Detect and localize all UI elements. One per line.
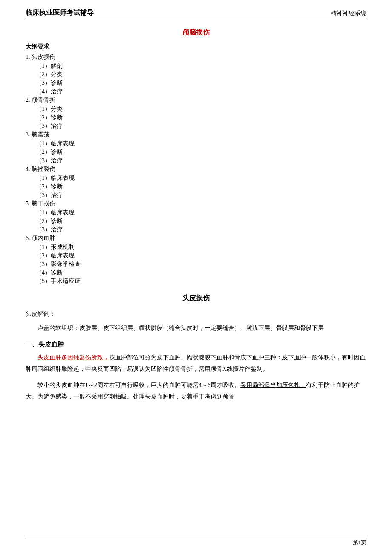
outline-item-1-4: （4）治疗 xyxy=(36,88,366,95)
para2-start-text: 较小的头皮血肿在1～2周左右可自行吸收，巨大的血肿可能需4～6周才吸收。 xyxy=(37,382,240,388)
outline-item-2-1: （1）分类 xyxy=(36,105,366,113)
outline-item-2: 2. 颅骨骨折 xyxy=(26,96,366,104)
outline-item-3-2: （2）诊断 xyxy=(36,148,366,156)
outline-item-1-2: （2）分类 xyxy=(36,71,366,78)
head-section-title: 头皮损伤 xyxy=(26,294,366,303)
outline-item-4-2: （2）诊断 xyxy=(36,183,366,191)
para1-underline-text: 头皮血肿多因钝器伤所致， xyxy=(37,354,109,361)
para2-end-text: 处理头皮血肿时，要着重于考虑到颅骨 xyxy=(133,393,234,400)
outline-item-6-1: （1）形成机制 xyxy=(36,243,366,251)
page-container: 临床执业医师考试辅导 精神神经系统 颅脑损伤 大纲要求 1. 头皮损伤 （1）解… xyxy=(0,0,392,555)
anatomy-content: 卢盖的软组织：皮肤层、皮下组织层、帽状腱膜（缝合头皮时，一定要缝合）、腱膜下层、… xyxy=(26,323,366,334)
page-footer: 第1页 xyxy=(26,536,366,546)
outline-item-1-1: （1）解剖 xyxy=(36,62,366,70)
outline-item-6: 6. 颅内血肿 xyxy=(26,234,366,242)
outline-item-5-2: （2）诊断 xyxy=(36,217,366,225)
outline-item-1: 1. 头皮损伤 xyxy=(26,53,366,61)
outline-item-5: 5. 脑干损伤 xyxy=(26,200,366,208)
para2-underline1-text: 采用局部适当加压包扎， xyxy=(240,382,306,388)
subsection1-para1: 头皮血肿多因钝器伤所致，按血肿部位可分为皮下血肿、帽状腱膜下血肿和骨膜下血肿三种… xyxy=(26,352,366,375)
header-center-title: 精神神经系统 xyxy=(331,10,366,17)
outline-item-5-3: （3）治疗 xyxy=(36,226,366,234)
outline-item-6-5: （5）手术适应证 xyxy=(36,278,366,285)
para2-underline2-text: 为避免感染，一般不采用穿刺抽吸。 xyxy=(37,393,133,400)
outline-item-2-3: （3）治疗 xyxy=(36,122,366,130)
outline-item-4: 4. 脑挫裂伤 xyxy=(26,165,366,173)
anatomy-label: 头皮解剖： xyxy=(26,311,55,317)
subsection1-para2: 较小的头皮血肿在1～2周左右可自行吸收，巨大的血肿可能需4～6周才吸收。采用局部… xyxy=(26,380,366,402)
page-title: 颅脑损伤 xyxy=(26,28,366,37)
outline-item-1-3: （3）诊断 xyxy=(36,79,366,87)
outline-item-4-1: （1）临床表现 xyxy=(36,174,366,182)
para1-text: 头皮血肿多因钝器伤所致，按血肿部位可分为皮下血肿、帽状腱膜下血肿和骨膜下血肿三种… xyxy=(26,352,366,375)
outline-item-6-3: （3）影像学检查 xyxy=(36,260,366,268)
anatomy-label-line: 头皮解剖： xyxy=(26,309,366,320)
anatomy-block: 头皮解剖： 卢盖的软组织：皮肤层、皮下组织层、帽状腱膜（缝合头皮时，一定要缝合）… xyxy=(26,309,366,334)
outline-item-4-3: （3）治疗 xyxy=(36,191,366,199)
outline-item-5-1: （1）临床表现 xyxy=(36,209,366,217)
outline-item-6-4: （4）诊断 xyxy=(36,269,366,277)
page-number: 第1页 xyxy=(353,539,367,546)
header-left-title: 临床执业医师考试辅导 xyxy=(26,9,94,17)
outline-section: 大纲要求 1. 头皮损伤 （1）解剖 （2）分类 （3）诊断 （4）治疗 2. … xyxy=(26,43,366,285)
subsection1-title: 一、头皮血肿 xyxy=(26,341,366,349)
page-header: 临床执业医师考试辅导 精神神经系统 xyxy=(26,9,366,20)
outline-item-6-2: （2）临床表现 xyxy=(36,252,366,260)
outline-item-3-3: （3）治疗 xyxy=(36,157,366,165)
outline-item-2-2: （2）诊断 xyxy=(36,114,366,121)
outline-item-3: 3. 脑震荡 xyxy=(26,131,366,139)
outline-title: 大纲要求 xyxy=(26,43,366,51)
outline-item-3-1: （1）临床表现 xyxy=(36,140,366,147)
para2-text: 较小的头皮血肿在1～2周左右可自行吸收，巨大的血肿可能需4～6周才吸收。采用局部… xyxy=(26,380,366,402)
